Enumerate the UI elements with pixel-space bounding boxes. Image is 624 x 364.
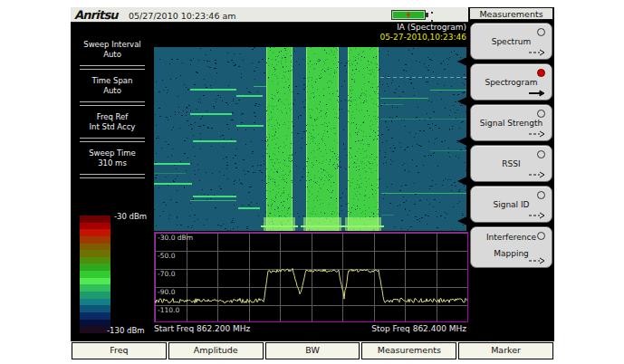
softkey-spectrogram[interactable]: Spectrogram [470, 63, 552, 101]
y-axis-label: -70.0 [158, 270, 175, 278]
y-axis-label: -50.0 [158, 252, 175, 260]
top-status-bar: Anritsu 05/27/2010 10:23:46 am [71, 7, 468, 23]
softkey-label: Spectrum [471, 37, 552, 46]
y-axis-label: -110.0 [158, 306, 179, 314]
setting-freq-ref: Freq RefInt Std Accy [71, 112, 154, 132]
y-axis-label: -30.0 dBm [158, 234, 193, 242]
radio-icon [537, 28, 545, 36]
colorbar-band [80, 292, 110, 299]
spectrum-plot: -30.0 dBm-50.0-70.0-90.0-110.0 [154, 232, 468, 322]
softkey-notch-icon [457, 136, 469, 147]
colorbar-band [80, 223, 110, 230]
separator-line [80, 174, 145, 178]
softkey-label: Interference [471, 233, 552, 242]
softkey-notch-icon [457, 56, 469, 67]
colorbar-band [80, 312, 110, 320]
analyzer-screen: Anritsu 05/27/2010 10:23:46 am Sweep Int… [71, 7, 554, 359]
softkey-label: Spectrogram [471, 78, 552, 87]
arrow-right-icon [528, 49, 546, 56]
colorbar-band [80, 229, 110, 236]
measurement-mode-label: IA (Spectrogram) [154, 23, 466, 32]
softkey-signal-strength[interactable]: Signal Strength [470, 104, 552, 141]
colorbar-band [80, 271, 110, 278]
stop-freq-label: Stop Freq 862.400 MHz [154, 324, 466, 333]
softkey-label: RSSI [471, 159, 552, 168]
colorbar-max-label: -30 dBm [114, 212, 147, 221]
softkey-interference-mapping[interactable]: InterferenceMapping [470, 226, 552, 268]
setting-label: Time Span [71, 76, 154, 86]
radio-selected-icon [537, 69, 545, 77]
softkey-notch-icon [457, 176, 469, 187]
menu-button-bw[interactable]: BW [265, 342, 360, 359]
softkey-menu-title: Measurements [469, 7, 553, 20]
arrow-right-icon [528, 130, 546, 138]
colorbar-band [80, 278, 110, 285]
separator-line [80, 138, 145, 142]
setting-value: Auto [71, 50, 154, 60]
menu-button-amplitude[interactable]: Amplitude [168, 342, 264, 359]
setting-time-span: Time SpanAuto [71, 76, 154, 96]
setting-value: Int Std Accy [71, 122, 154, 132]
measurement-timestamp: 05-27-2010,10:23:46 [154, 33, 466, 42]
bottom-menu-bar: FreqAmplitudeBWMeasurementsMarker [71, 341, 554, 359]
header-datetime: 05/27/2010 10:23:46 am [129, 11, 236, 21]
setting-label: Freq Ref [71, 112, 154, 122]
colorbar-band [80, 299, 110, 306]
colorbar-band [80, 250, 110, 257]
arrow-right-icon [528, 90, 546, 97]
menu-button-freq[interactable]: Freq [72, 342, 167, 359]
menu-button-marker[interactable]: Marker [458, 342, 553, 359]
arrow-right-icon [528, 212, 546, 219]
setting-value: 310 ms [71, 158, 154, 168]
separator-line [80, 65, 145, 70]
colorbar-band [80, 284, 110, 292]
colorbar-band [80, 236, 110, 244]
softkey-label: Signal Strength [471, 119, 552, 128]
radio-icon [537, 150, 545, 158]
colorbar-band [80, 257, 110, 264]
spectrum-trace [155, 269, 467, 303]
setting-sweep-time: Sweep Time310 ms [71, 148, 154, 168]
spectrogram-display [154, 47, 466, 231]
colorbar-band [80, 326, 110, 333]
arrow-right-icon [528, 171, 546, 178]
softkey-spectrum[interactable]: Spectrum [470, 23, 552, 60]
separator-line [80, 101, 145, 106]
colorbar-band [80, 216, 110, 223]
colorbar-band [80, 320, 110, 327]
spectrum-trace-svg [155, 233, 467, 321]
colorbar-band [80, 244, 110, 251]
anritsu-logo: Anritsu [74, 8, 118, 22]
battery-charging-icon [391, 10, 426, 20]
setting-label: Sweep Interval [71, 40, 154, 50]
setting-value: Auto [71, 86, 154, 96]
colorbar-min-label: -130 dBm [107, 326, 145, 335]
battery-status-dots [431, 12, 433, 22]
setting-sweep-interval: Sweep IntervalAuto [71, 40, 154, 60]
y-axis-label: -90.0 [158, 288, 175, 296]
softkey-notch-icon [457, 216, 469, 226]
setting-label: Sweep Time [71, 148, 154, 158]
menu-button-measurements[interactable]: Measurements [361, 342, 456, 359]
colorbar-band [80, 305, 110, 312]
arrow-right-icon [528, 257, 546, 264]
battery-terminal [426, 13, 428, 17]
softkey-notch-icon [457, 96, 469, 107]
softkey-signal-id[interactable]: Signal ID [470, 186, 552, 223]
charging-bolt-icon [405, 11, 412, 19]
softkey-label: Signal ID [471, 200, 552, 209]
colorbar-band [80, 263, 110, 271]
softkey-rssi[interactable]: RSSI [470, 145, 552, 182]
radio-icon [537, 191, 545, 199]
screenshot-page: Anritsu 05/27/2010 10:23:46 am Sweep Int… [0, 0, 624, 364]
amplitude-colorbar [80, 216, 110, 333]
radio-icon [537, 110, 545, 118]
